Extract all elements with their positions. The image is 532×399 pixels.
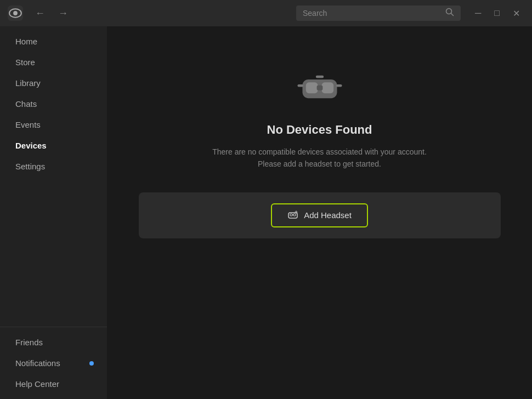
headset-add-icon xyxy=(287,210,298,221)
sidebar-item-notifications[interactable]: Notifications xyxy=(4,353,103,373)
svg-point-2 xyxy=(13,11,18,15)
nav-arrows: ← → xyxy=(31,5,72,21)
minimize-button[interactable]: ─ xyxy=(469,6,486,21)
add-headset-section: Add Headset xyxy=(139,192,501,238)
empty-description: There are no compatible devices associat… xyxy=(212,146,427,170)
forward-button[interactable]: → xyxy=(54,5,72,21)
sidebar-item-help[interactable]: Help Center xyxy=(4,374,103,394)
headset-icon-wrapper xyxy=(295,70,344,105)
sidebar-item-home[interactable]: Home xyxy=(4,31,103,52)
svg-line-4 xyxy=(451,14,453,16)
search-icon[interactable] xyxy=(445,8,454,19)
app-body: Home Store Library Chats Events Devices … xyxy=(0,26,532,399)
sidebar-item-library[interactable]: Library xyxy=(4,73,103,93)
search-container xyxy=(296,5,461,21)
svg-rect-14 xyxy=(293,214,296,216)
notification-dot xyxy=(89,361,94,366)
back-button[interactable]: ← xyxy=(31,5,49,21)
headset-icon xyxy=(295,70,344,103)
sidebar-item-store[interactable]: Store xyxy=(4,52,103,72)
titlebar: ← → ─ □ ✕ xyxy=(0,0,532,26)
sidebar-bottom: Friends Notifications Help Center xyxy=(0,327,107,395)
empty-title: No Devices Found xyxy=(267,123,372,137)
search-input[interactable] xyxy=(303,9,441,18)
add-headset-button[interactable]: Add Headset xyxy=(271,203,368,227)
sidebar: Home Store Library Chats Events Devices … xyxy=(0,26,107,399)
sidebar-item-devices[interactable]: Devices xyxy=(4,135,103,156)
sidebar-item-events[interactable]: Events xyxy=(4,115,103,135)
svg-rect-7 xyxy=(321,82,333,93)
svg-rect-6 xyxy=(305,82,318,93)
sidebar-item-settings[interactable]: Settings xyxy=(4,156,103,176)
maximize-button[interactable]: □ xyxy=(489,6,505,21)
svg-rect-11 xyxy=(315,76,323,78)
empty-state: No Devices Found There are no compatible… xyxy=(139,70,501,238)
sidebar-item-friends[interactable]: Friends xyxy=(4,332,103,352)
main-content: No Devices Found There are no compatible… xyxy=(107,26,532,399)
close-button[interactable]: ✕ xyxy=(507,6,525,21)
svg-rect-8 xyxy=(316,86,322,90)
sidebar-item-chats[interactable]: Chats xyxy=(4,94,103,114)
window-controls: ─ □ ✕ xyxy=(469,6,525,21)
svg-rect-13 xyxy=(290,214,292,216)
svg-rect-10 xyxy=(336,84,342,87)
svg-rect-9 xyxy=(297,84,303,87)
sidebar-top: Home Store Library Chats Events Devices … xyxy=(0,31,107,327)
app-logo xyxy=(7,4,24,22)
